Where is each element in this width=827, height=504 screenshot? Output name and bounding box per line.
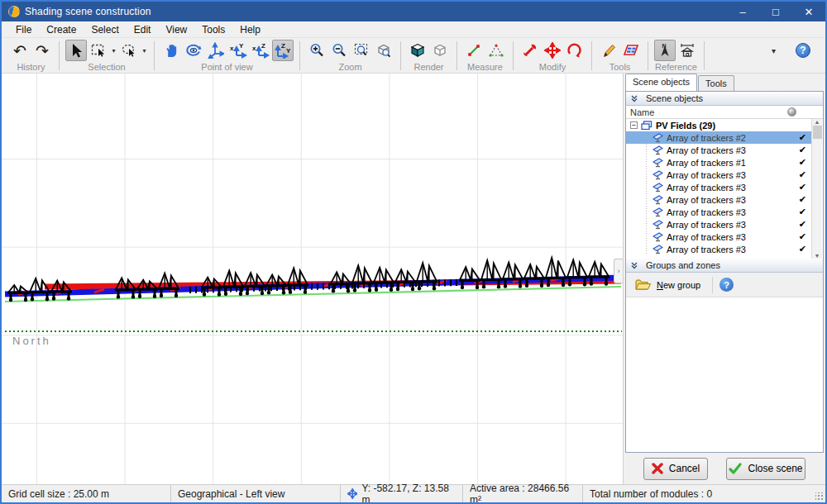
- help-icon[interactable]: ?: [796, 43, 810, 58]
- cancel-button[interactable]: Cancel: [643, 458, 708, 480]
- tree-item[interactable]: Array of trackers #2 ✔: [626, 131, 811, 144]
- menu-edit[interactable]: Edit: [127, 22, 159, 37]
- tree-item[interactable]: Array of trackers #3 ✔: [626, 206, 811, 218]
- measure-angle-button[interactable]: [485, 40, 507, 61]
- render-wireframe-button[interactable]: [429, 40, 451, 61]
- scene-objects-section-header[interactable]: Scene objects: [626, 92, 823, 106]
- orbit-view-button[interactable]: [183, 40, 204, 61]
- statusbar: Grid cell size : 25.00 m Geographical - …: [2, 484, 825, 502]
- tab-scene-objects[interactable]: Scene objects: [625, 74, 697, 91]
- rectangle-select-button[interactable]: [88, 40, 109, 61]
- tree-item[interactable]: Array of trackers #3 ✔: [626, 144, 811, 156]
- minimize-button[interactable]: –: [726, 2, 759, 21]
- modify-wrench-button[interactable]: [519, 40, 541, 61]
- scroll-thumb[interactable]: [813, 126, 822, 139]
- tool-pencil-button[interactable]: [598, 40, 619, 61]
- maximize-button[interactable]: □: [759, 2, 792, 21]
- view-xz-button[interactable]: xZ: [250, 40, 271, 61]
- tree-item[interactable]: Array of trackers #1 ✔: [626, 156, 811, 169]
- item-visible-checkmark[interactable]: ✔: [799, 145, 806, 155]
- item-visible-checkmark[interactable]: ✔: [799, 182, 806, 193]
- tree-item[interactable]: Array of trackers #3 ✔: [626, 169, 811, 181]
- tree-item[interactable]: Array of trackers #3 ✔: [626, 181, 811, 193]
- orbit-eye-icon: [185, 42, 202, 59]
- view-zy-button[interactable]: ZY: [272, 40, 294, 61]
- menu-file[interactable]: File: [8, 22, 39, 37]
- item-visible-checkmark[interactable]: ✔: [799, 244, 806, 254]
- tree-item-label: Array of trackers #3: [667, 207, 746, 217]
- group-zoom: Zoom: [302, 39, 399, 73]
- item-visible-checkmark[interactable]: ✔: [799, 157, 806, 168]
- axes-view-button[interactable]: [205, 40, 227, 61]
- rotate-icon: [566, 42, 583, 59]
- modify-move-button[interactable]: [542, 40, 563, 61]
- tree-item[interactable]: Array of trackers #3 ✔: [626, 243, 811, 255]
- select-cursor-button[interactable]: [65, 40, 87, 61]
- rectangle-select-dropdown[interactable]: ▾: [110, 47, 117, 55]
- solid-cube-icon: [409, 42, 426, 59]
- item-visible-checkmark[interactable]: ✔: [799, 219, 806, 230]
- menu-select[interactable]: Select: [84, 22, 126, 37]
- zoom-window-button[interactable]: [351, 40, 372, 61]
- resize-grip[interactable]: [815, 492, 824, 501]
- north-arrow-icon: N: [657, 42, 673, 59]
- toolbar-overflow-dropdown[interactable]: ▾: [770, 46, 777, 55]
- lasso-select-dropdown[interactable]: ▾: [141, 47, 148, 55]
- scroll-down-icon[interactable]: ▼: [815, 253, 820, 259]
- zoom-all-button[interactable]: [373, 40, 394, 61]
- tree-item-label: Array of trackers #3: [667, 183, 746, 193]
- measure-distance-button[interactable]: [463, 40, 485, 61]
- status-modules-total: Total number of modules : 0: [583, 485, 825, 502]
- tree-item-label: Array of trackers #3: [667, 220, 746, 230]
- close-scene-button[interactable]: Close scene: [726, 458, 805, 480]
- panel-collapse-handle[interactable]: ›: [614, 259, 623, 283]
- item-visible-checkmark[interactable]: ✔: [799, 194, 806, 205]
- tree-expander-icon[interactable]: −: [630, 121, 638, 129]
- view-xy-button[interactable]: xY: [227, 40, 249, 61]
- new-group-button[interactable]: New group: [630, 276, 705, 293]
- redo-icon: ↷: [36, 43, 49, 59]
- render-sphere-icon: [787, 107, 796, 116]
- tree-item[interactable]: Array of trackers #3 ✔: [626, 231, 811, 243]
- menu-help[interactable]: Help: [232, 22, 268, 37]
- menu-view[interactable]: View: [158, 22, 194, 37]
- groups-help-icon[interactable]: ?: [719, 278, 734, 292]
- tab-tools[interactable]: Tools: [698, 75, 734, 91]
- zoom-out-button[interactable]: [328, 40, 350, 61]
- close-button[interactable]: ✕: [792, 2, 825, 21]
- redo-button[interactable]: ↷: [31, 40, 53, 61]
- toolbar-separator: [299, 41, 300, 70]
- undo-button[interactable]: ↶: [9, 40, 31, 61]
- tool-zones-button[interactable]: [620, 40, 642, 61]
- item-visible-checkmark[interactable]: ✔: [799, 132, 806, 143]
- item-visible-checkmark[interactable]: ✔: [799, 207, 806, 217]
- zoom-in-button[interactable]: [306, 40, 327, 61]
- svg-text:Z: Z: [261, 42, 265, 50]
- status-view-mode: Geographical - Left view: [171, 485, 341, 502]
- scene-canvas[interactable]: North ›: [2, 74, 623, 484]
- name-column-header[interactable]: Name: [626, 106, 823, 119]
- axes-icon: [208, 42, 224, 59]
- tree-item-label: Array of trackers #3: [667, 195, 746, 205]
- tracker-icon: [653, 207, 663, 217]
- window-title: Shading scene construction: [25, 6, 151, 17]
- toolbar-separator: [154, 41, 155, 70]
- render-solid-button[interactable]: [407, 40, 428, 61]
- groups-zones-section-header[interactable]: Groups and zones: [626, 259, 823, 273]
- tree-scrollbar[interactable]: ▲ ▼: [811, 119, 822, 259]
- lasso-select-button[interactable]: [118, 40, 140, 61]
- group-selection: ▾ ▾ Selection: [61, 39, 152, 73]
- item-visible-checkmark[interactable]: ✔: [799, 169, 806, 180]
- menu-create[interactable]: Create: [39, 22, 84, 37]
- tree-item[interactable]: Array of trackers #3 ✔: [626, 193, 811, 206]
- item-visible-checkmark[interactable]: ✔: [799, 231, 806, 242]
- house-reference-button[interactable]: [676, 40, 698, 61]
- tracker-icon: [653, 145, 663, 155]
- modify-rotate-button[interactable]: [564, 40, 586, 61]
- north-reference-button[interactable]: N: [654, 40, 676, 61]
- tree-root-pv-fields[interactable]: − PV Fields (29): [626, 119, 811, 131]
- pan-hand-button[interactable]: [160, 40, 182, 61]
- tree-item[interactable]: Array of trackers #3 ✔: [626, 218, 811, 231]
- scroll-up-icon[interactable]: ▲: [815, 119, 820, 125]
- menu-tools[interactable]: Tools: [194, 22, 232, 37]
